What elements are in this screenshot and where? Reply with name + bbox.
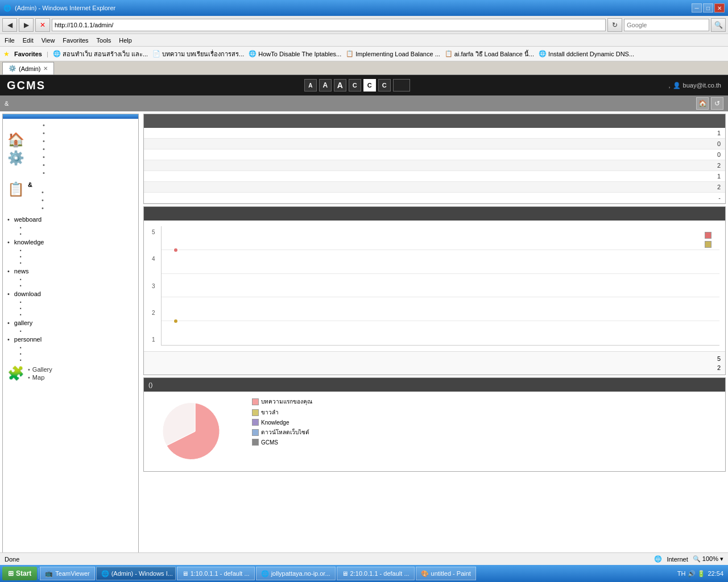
start-button[interactable]: ⊞ Start [2,567,37,568]
taskbar-putty-1[interactable]: 🖥 1:10.0.1.1 - default ... [177,567,255,568]
sidebar-knowledge[interactable]: knowledge [3,237,138,247]
sidebar: 🏠 ⚙️ 📋 & [2,114,139,566]
menu-file[interactable]: File [5,37,15,44]
fav-item-1[interactable]: 🌐 สอนทำเว็บ สอนสร้างเว็บ และ... [53,49,148,59]
sidebar-webboard-sub-1[interactable] [20,225,138,231]
taskbar-putty-2[interactable]: 🖥 2:10.0.1.1 - default ... [337,567,415,568]
sidebar-news-sub-1[interactable] [20,276,138,282]
stop-button[interactable]: ✕ [35,18,50,32]
refresh-nav-button[interactable]: ↺ [711,97,723,110]
line-chart-header [144,207,725,221]
refresh-button[interactable]: ↻ [607,18,622,32]
sidebar-personnel-sub-2[interactable] [20,351,138,357]
menu-edit[interactable]: Edit [23,37,34,44]
font-size-small[interactable]: A [304,79,317,92]
download-label: download [14,290,41,297]
sidebar-news-sub-2[interactable] [20,282,138,289]
contrast-3[interactable]: C [378,79,391,92]
sidebar-item-3[interactable] [43,137,45,145]
sidebar-gallery[interactable]: gallery [3,318,138,328]
contrast-4[interactable] [393,79,410,92]
chart-main-area [161,226,719,346]
menu-help[interactable]: Help [119,37,132,44]
sidebar-knowledge-sub-3[interactable] [20,260,138,266]
stats-table: 1 0 0 2 1 [144,128,725,203]
menu-favorites[interactable]: Favorites [63,37,88,44]
sidebar-item-2[interactable] [43,129,45,137]
contrast-2[interactable]: C [363,79,376,92]
taskbar-jolly[interactable]: 🌐 jollypattaya.no-ip.or... [256,567,336,568]
favorites-label: Favorites [14,51,42,57]
sidebar-gallery-sub [20,328,138,334]
status-right: 🌐 Internet 🔍 100% ▾ [654,555,723,563]
close-button[interactable]: ✕ [714,3,725,13]
sidebar-item-6[interactable] [43,161,45,169]
sidebar-gallery-link[interactable]: Gallery [28,365,52,373]
minimize-button[interactable]: ─ [692,3,702,13]
sidebar-webboard[interactable]: webboard [3,214,138,225]
sidebar-knowledge-sub-2[interactable] [20,253,138,260]
sidebar-submenu-content [42,188,44,212]
pie-legend-item-2: ขาวลำ [252,408,312,417]
sidebar-download-sub-2[interactable] [20,305,138,311]
sidebar-news[interactable]: news [3,266,138,276]
legend-color-2 [705,241,712,248]
taskbar-ie-admin[interactable]: 🌐 (Admin) - Windows I... [96,567,176,568]
sidebar-gallery-sub-1[interactable] [20,328,138,334]
grid-line-2 [162,321,719,321]
stats-label-5 [144,171,388,182]
line-chart-area: 5 4 3 2 1 [144,221,725,351]
font-size-large[interactable]: A [334,79,346,92]
pie-color-1 [252,398,259,405]
fav-item-5[interactable]: 📋 ai.farfa วิธี Load Balance นี้... [445,49,534,59]
sidebar-download-sub-3[interactable] [20,311,138,318]
knowledge-label: knowledge [14,239,44,246]
table-row: 1 [144,171,725,182]
font-size-medium[interactable]: A [319,79,332,92]
contrast-1[interactable]: C [349,79,361,92]
taskbar-paint[interactable]: 🎨 untitled - Paint [416,567,476,568]
home-button[interactable]: 🏠 [696,97,709,110]
fav-item-3[interactable]: 🌐 HowTo Disable The Iptables... [249,50,341,57]
sidebar-download-sub-1[interactable] [20,299,138,305]
pie-color-2 [252,409,259,416]
internet-zone-icon: 🌐 [654,555,662,563]
address-bar[interactable] [52,19,606,31]
sidebar-knowledge-sub-1[interactable] [20,247,138,253]
sidebar-personnel-sub-1[interactable] [20,344,138,351]
taskbar-separator-1 [38,568,39,568]
sidebar-webboard-sub-2[interactable] [20,231,138,237]
right-panel: 1 0 0 2 1 [141,111,728,568]
maximize-button[interactable]: □ [703,3,713,13]
sidebar-personnel[interactable]: personnel [3,334,138,344]
fav-item-4[interactable]: 📋 Implementing Load Balance ... [346,50,440,57]
sidebar-map-link[interactable]: Map [28,373,52,381]
sidebar-item-5[interactable] [43,153,45,161]
taskbar-teamviewer[interactable]: 📺 TeamViewer [40,567,94,568]
sidebar-item-7[interactable] [43,169,45,177]
sidebar-content-item-3[interactable] [42,204,44,212]
forward-button[interactable]: ▶ [19,18,34,32]
search-input[interactable] [624,19,709,31]
sidebar-submenu-top [43,121,45,177]
menu-tools[interactable]: Tools [97,37,111,44]
tab-admin[interactable]: ⚙️ (Admin) ✕ [2,62,54,74]
fav-item-2[interactable]: 📄 บทความ บทเรียนเรื่องการสร... [152,49,244,59]
news-label: news [14,268,29,275]
sidebar-content-item-1[interactable] [42,188,44,196]
sidebar-download[interactable]: download [3,289,138,299]
search-go-button[interactable]: 🔍 [711,18,726,32]
stats-table-container: 1 0 0 2 1 [143,114,726,204]
sidebar-personnel-sub-3[interactable] [20,357,138,363]
back-button[interactable]: ◀ [2,18,17,32]
menu-view[interactable]: View [42,37,55,44]
settings-icon: ⚙️ [7,150,24,166]
sidebar-item-1[interactable] [43,121,45,129]
pie-label-1: บทความแรกของคุณ [261,397,312,406]
sidebar-item-4[interactable] [43,145,45,153]
tab-close-icon[interactable]: ✕ [43,65,48,72]
y-label-2: 2 [152,310,159,316]
stats-label-2 [144,139,388,149]
sidebar-content-item-2[interactable] [42,196,44,204]
fav-item-6[interactable]: 🌐 Install ddclient Dynamic DNS... [539,50,634,57]
